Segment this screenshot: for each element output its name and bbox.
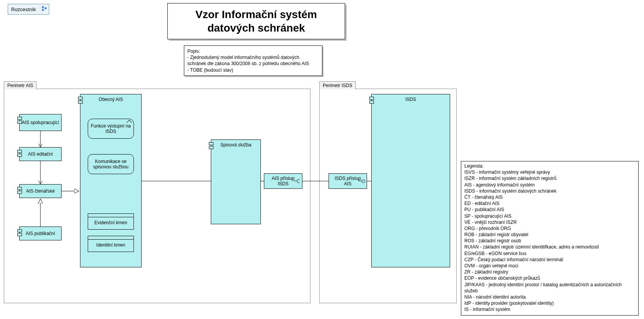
data-identitni-kmen[interactable]: Identitní kmen	[88, 236, 134, 252]
component-ais-spolupracujici-label: AIS spolupracující	[22, 120, 59, 125]
function-vystupni[interactable]: Funkce výstupní na ISDS	[88, 119, 134, 139]
component-spisova-sluzba-label: Spisová služba	[220, 142, 252, 148]
component-ais-ctenarske[interactable]: AIS čtenářské	[19, 184, 62, 198]
component-ais-publikacni-label: AIS publikační	[26, 231, 55, 236]
rozcestnik-link[interactable]: Rozcestník	[8, 4, 49, 15]
component-ais-publikacni[interactable]: AIS publikační	[19, 227, 62, 240]
interface-ais-pristup-label: AIS přístup ISDS	[267, 176, 300, 186]
component-isds[interactable]: ISDS	[371, 94, 450, 267]
rozcestnik-label: Rozcestník	[11, 7, 46, 12]
legend-box: Legenda: ISVS - informační systémy veřej…	[461, 161, 639, 316]
diagram-title: Vzor Informační systém datových schránek	[167, 3, 345, 39]
diagram-description: Popis: - Zjednodušený model informačního…	[184, 45, 322, 76]
component-isds-label: ISDS	[405, 97, 416, 102]
data-evidencni-label: Evidenční kmen	[94, 220, 127, 225]
interface-isds-pristup-label: ISDS přístup AIS	[331, 176, 364, 186]
function-vystupni-label: Funkce výstupní na ISDS	[90, 123, 131, 134]
modules-icon	[42, 6, 47, 11]
function-komunikace-label: Komunikace se spisovou službou	[90, 159, 131, 170]
interface-ais-pristup-isds[interactable]: AIS přístup ISDS	[264, 173, 302, 189]
arrow-up-icon	[127, 121, 131, 124]
group-perimetr-isds-label: Perimetr ISDS	[319, 81, 356, 89]
interface-isds-pristup-ais[interactable]: ISDS přístup AIS	[329, 173, 367, 189]
component-obecny-ais-label: Obecný AIS	[98, 97, 123, 102]
function-komunikace[interactable]: Komunikace se spisovou službou	[88, 154, 134, 174]
data-identitni-label: Identitní kmen	[96, 242, 125, 248]
component-ais-editacni[interactable]: AIS editační	[19, 147, 62, 161]
component-spisova-sluzba[interactable]: Spisová služba	[211, 139, 261, 224]
component-ais-spolupracujici[interactable]: AIS spolupracující	[19, 114, 62, 131]
diagram-title-text: Vzor Informační systém datových schránek	[195, 8, 317, 35]
component-ais-editacni-label: AIS editační	[28, 151, 53, 157]
diagram-canvas: Rozcestník Vzor Informační systém datový…	[0, 0, 644, 319]
group-perimetr-ais-label: Perimetr AIS	[4, 81, 37, 89]
data-evidencni-kmen[interactable]: Evidenční kmen	[88, 213, 134, 230]
component-ais-ctenarske-label: AIS čtenářské	[26, 188, 55, 194]
